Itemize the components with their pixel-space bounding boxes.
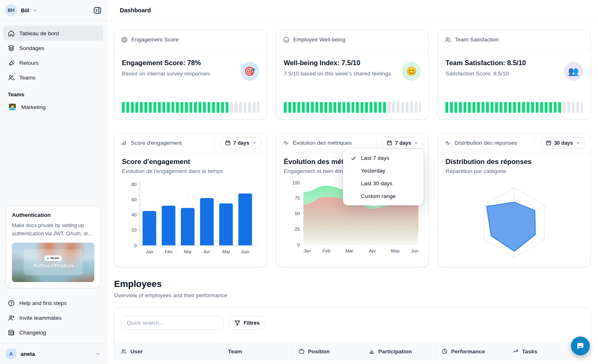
chat-bubble-icon <box>576 341 585 350</box>
date-range-button[interactable]: 7 days <box>220 137 262 149</box>
chevron-down-icon <box>576 141 580 145</box>
filters-label: Filtres <box>244 320 260 326</box>
chart-title: Distribution des réponses <box>445 158 583 166</box>
bar-chart-icon <box>121 140 127 146</box>
svg-text:0: 0 <box>134 243 137 248</box>
svg-text:25: 25 <box>294 227 300 232</box>
sidebar-item-sondages[interactable]: Sondages <box>3 41 103 55</box>
chart-subtitle: Évolution de l'engagement dans le temps <box>122 168 259 174</box>
svg-text:80: 80 <box>131 182 137 187</box>
sidebar-item-label: Changelog <box>19 330 46 336</box>
svg-text:20: 20 <box>131 228 137 232</box>
bar-chart-icon <box>369 348 374 354</box>
stat-card-header: Employee Well-being <box>276 30 429 50</box>
newspaper-icon <box>8 329 15 336</box>
menu-item-last-30-days[interactable]: Last 30 days <box>346 177 421 190</box>
calendar-icon <box>546 140 551 146</box>
sidebar-item-label: Retours <box>19 60 39 66</box>
sidebar-footer: Help and first steps Invite teammates Ch… <box>0 292 106 340</box>
green-dot-icon <box>47 257 49 259</box>
stat-card-wellbeing: Employee Well-being Well-being Index: 7.… <box>276 30 429 120</box>
help-circle-icon <box>8 300 15 307</box>
sidebar: BH Bill Tableau de bord Sondages Retours <box>0 0 107 364</box>
chart-body: Distribution des réponses Répartition pa… <box>438 152 590 271</box>
sidebar-item-label: Help and first steps <box>19 300 67 306</box>
svg-text:Jan: Jan <box>146 249 153 254</box>
radar-chart <box>466 178 563 271</box>
workspace-switcher[interactable]: BH Bill <box>0 0 106 20</box>
svg-text:40: 40 <box>131 212 137 217</box>
workspace-avatar: BH <box>5 4 17 16</box>
promo-image-title: Authentification <box>33 263 73 269</box>
smiley-icon <box>283 36 290 43</box>
calendar-icon <box>225 140 231 146</box>
chart-body: Score d'engagement Évolution de l'engage… <box>114 152 267 259</box>
stat-header-label: Team Satisfaction <box>455 36 499 43</box>
chart-header-label: Évolution des métriques <box>293 140 352 146</box>
account-switcher[interactable]: A aneta <box>0 343 106 364</box>
page-title: Dashboard <box>120 7 151 14</box>
sidebar-item-teams[interactable]: Teams <box>3 70 103 85</box>
chart-title: Score d'engagement <box>122 158 259 166</box>
users-icon <box>121 348 127 355</box>
menu-item-custom-range[interactable]: Custom range <box>346 190 421 202</box>
target-icon <box>121 36 128 43</box>
sidebar-item-label: Teams <box>19 75 36 81</box>
segmented-progress-bar <box>122 102 259 113</box>
team-emoji-icon: 🧑‍💻 <box>8 103 17 111</box>
filters-button[interactable]: Filtres <box>229 316 265 330</box>
pie-chart-icon <box>442 348 447 354</box>
chevron-down-icon <box>95 351 100 357</box>
stat-title: Well-being Index: 7.5/10 <box>284 59 421 67</box>
activity-icon <box>445 140 451 146</box>
date-range-label: 7 days <box>395 140 411 146</box>
date-range-label: 7 days <box>233 140 249 146</box>
authentication-promo-card[interactable]: Authentication Make docs private by sett… <box>6 206 100 288</box>
teams-section-label: Teams <box>0 85 106 100</box>
sidebar-item-changelog[interactable]: Changelog <box>3 325 103 340</box>
target-emoji-badge: 🎯 <box>240 62 259 81</box>
promo-body: Make docs private by setting up authenti… <box>12 222 94 238</box>
search-input[interactable] <box>121 316 224 330</box>
chart-card-engagement-score: Score d'engagement 7 days Score d'engage… <box>114 133 267 267</box>
sidebar-item-tableau-de-bord[interactable]: Tableau de bord <box>3 26 103 41</box>
people-emoji-badge: 👥 <box>564 62 583 81</box>
stat-title: Team Satisfaction: 8.5/10 <box>445 59 583 67</box>
column-header-user[interactable]: User <box>114 343 221 360</box>
chart-card-header: Score d'engagement 7 days <box>114 134 267 152</box>
menu-item-yesterday[interactable]: Yesterday <box>346 164 421 177</box>
trending-up-icon <box>513 348 518 354</box>
sidebar-team-marketing[interactable]: 🧑‍💻 Marketing <box>3 100 103 114</box>
stat-card-satisfaction: Team Satisfaction Team Satisfaction: 8.5… <box>438 30 591 120</box>
home-icon <box>8 30 15 37</box>
stat-subtitle: Satisfaction Score: 8.5/10 <box>445 71 583 77</box>
svg-text:50: 50 <box>294 211 300 216</box>
stat-cards-row: Engagement Score Engagement Score: 78% B… <box>114 30 591 120</box>
calendar-icon <box>387 140 392 146</box>
chart-card-header: Distribution des réponses 30 days <box>438 134 590 152</box>
chat-launcher-button[interactable] <box>571 337 590 355</box>
column-header-team[interactable]: Team <box>221 343 292 360</box>
sidebar-item-help[interactable]: Help and first steps <box>3 296 103 310</box>
sidebar-item-invite[interactable]: Invite teammates <box>3 310 103 325</box>
date-range-button[interactable]: 30 days <box>541 137 585 149</box>
svg-text:May: May <box>391 248 400 253</box>
segmented-progress-bar <box>445 102 583 113</box>
column-header-participation[interactable]: Participation <box>362 343 435 360</box>
date-range-button[interactable]: 7 days <box>382 137 423 149</box>
employees-table-card: Filtres User Team Position <box>114 307 591 360</box>
sidebar-item-retours[interactable]: Retours <box>3 55 103 70</box>
table-header-row: User Team Position Participation <box>114 342 590 360</box>
funnel-icon <box>235 320 240 326</box>
chart-card-response-distribution: Distribution des réponses 30 days Distri… <box>438 133 591 267</box>
svg-text:Jan: Jan <box>303 248 310 253</box>
date-range-label: 30 days <box>554 140 573 146</box>
chart-header-label: Score d'engagement <box>131 140 182 146</box>
column-header-position[interactable]: Position <box>292 343 363 360</box>
svg-text:0: 0 <box>297 242 299 247</box>
range-divider: 30 days <box>536 137 585 149</box>
sidebar-item-label: Invite teammates <box>19 315 62 321</box>
menu-item-last-7-days[interactable]: Last 7 days <box>346 152 421 164</box>
column-header-performance[interactable]: Performance <box>435 343 506 360</box>
collapse-sidebar-icon[interactable] <box>94 7 101 14</box>
